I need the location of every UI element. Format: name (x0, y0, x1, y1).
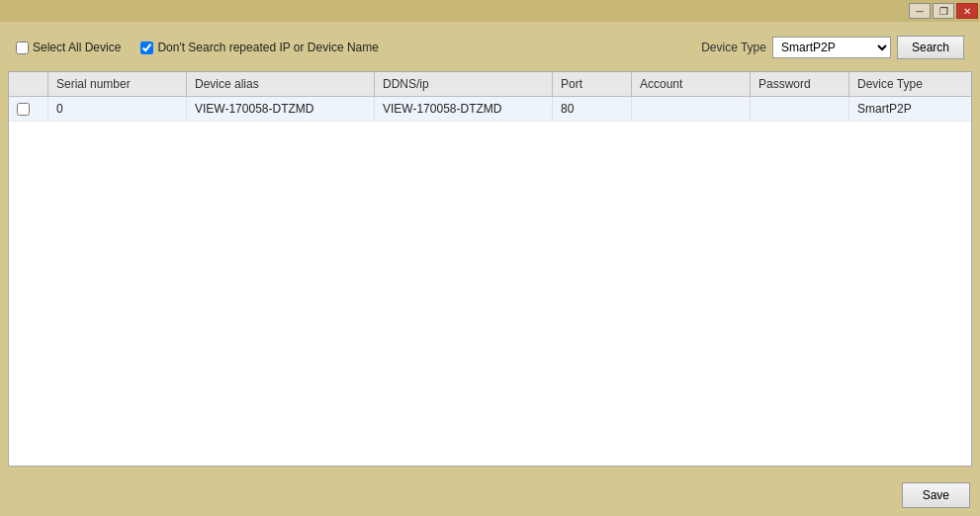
select-all-text: Select All Device (33, 41, 121, 54)
cell-device-type: SmartP2P (849, 97, 971, 121)
cell-password (751, 97, 849, 121)
close-button[interactable]: ✕ (956, 3, 978, 19)
cell-account (632, 97, 751, 121)
content-area: Select All Device Don't Search repeated … (0, 22, 980, 474)
toolbar: Select All Device Don't Search repeated … (8, 30, 972, 65)
footer: Save (0, 474, 980, 516)
select-all-checkbox[interactable] (16, 42, 29, 54)
col-port: Port (553, 72, 632, 96)
cell-alias: VIEW-170058-DTZMD (187, 97, 375, 121)
save-button[interactable]: Save (902, 482, 970, 508)
cell-port: 80 (553, 97, 632, 121)
close-icon: ✕ (963, 6, 971, 17)
minimize-button[interactable]: ─ (909, 3, 931, 19)
device-type-select[interactable]: SmartP2P ONVIF RTSP (772, 37, 891, 58)
dont-search-text: Don't Search repeated IP or Device Name (157, 41, 379, 54)
table-row: 0 VIEW-170058-DTZMD VIEW-170058-DTZMD 80… (9, 97, 971, 122)
col-ddns: DDNS/ip (375, 72, 553, 96)
dont-search-checkbox[interactable] (140, 42, 153, 54)
cell-ddns: VIEW-170058-DTZMD (375, 97, 553, 121)
main-window: ─ ❐ ✕ Select All Device Don't Search rep… (0, 0, 980, 516)
col-alias: Device alias (187, 72, 375, 96)
device-table: Serial number Device alias DDNS/ip Port … (8, 71, 972, 467)
search-button[interactable]: Search (897, 36, 964, 59)
row-checkbox[interactable] (17, 103, 30, 116)
table-header: Serial number Device alias DDNS/ip Port … (9, 72, 971, 97)
select-all-label[interactable]: Select All Device (16, 41, 121, 54)
col-password: Password (751, 72, 849, 96)
col-device-type: Device Type (849, 72, 972, 96)
device-type-section: Device Type SmartP2P ONVIF RTSP Search (701, 36, 964, 59)
table-body: 0 VIEW-170058-DTZMD VIEW-170058-DTZMD 80… (9, 97, 971, 466)
dont-search-label[interactable]: Don't Search repeated IP or Device Name (140, 41, 379, 54)
col-checkbox (9, 72, 48, 96)
device-type-label: Device Type (701, 41, 766, 54)
cell-checkbox[interactable] (9, 97, 48, 121)
restore-button[interactable]: ❐ (933, 3, 954, 19)
restore-icon: ❐ (939, 6, 948, 17)
minimize-icon: ─ (916, 6, 923, 17)
col-account: Account (632, 72, 751, 96)
col-serial: Serial number (48, 72, 187, 96)
title-bar: ─ ❐ ✕ (0, 0, 980, 22)
cell-serial: 0 (48, 97, 187, 121)
